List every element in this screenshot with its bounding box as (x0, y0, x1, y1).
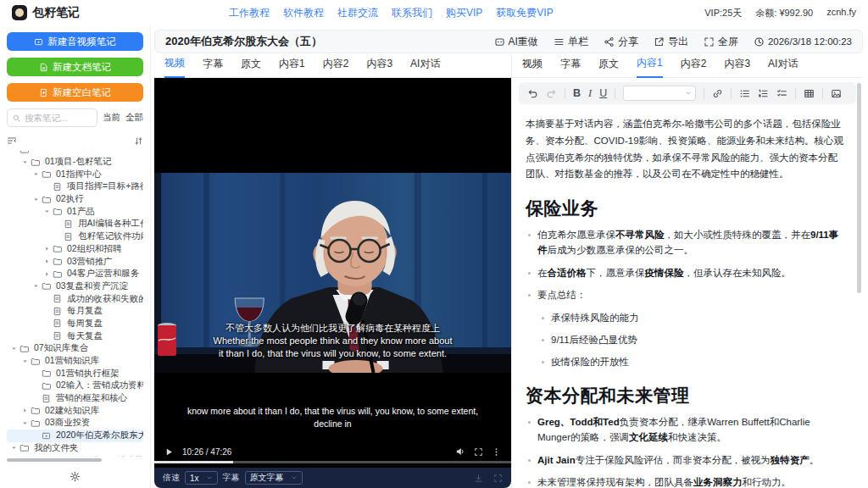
arrow-down-icon[interactable] (19, 158, 31, 166)
tree-item[interactable]: 成功的收获和失败的教训 (7, 292, 143, 305)
underline-button[interactable]: U (599, 87, 607, 99)
tab-原文[interactable]: 原文 (598, 57, 619, 77)
undo-icon[interactable] (527, 88, 538, 99)
tree-item[interactable]: 01营销执行框架 (7, 367, 143, 380)
tab-内容1[interactable]: 内容1 (637, 56, 663, 78)
导出-button[interactable]: 导出 (654, 35, 688, 49)
tree-item[interactable]: 03复盘和资产沉淀 (7, 280, 143, 293)
note-content[interactable]: 本摘要基于对话内容，涵盖伯克希尔-哈撒韦公司的多个话题，包括保险业务、资本分配、… (512, 108, 863, 488)
tree-item[interactable]: 07知识库集合 (7, 342, 143, 355)
heading-select[interactable] (623, 86, 696, 101)
link-icon[interactable] (712, 88, 723, 99)
scope-current-button[interactable]: 当前 (103, 112, 120, 124)
new-doc-note-button[interactable]: 新建文档笔记 (7, 58, 143, 76)
speed-select[interactable]: 1x (185, 471, 218, 485)
arrow-down-icon[interactable] (8, 345, 19, 352)
video-screen[interactable]: 不管大多数人认为他们比我更了解病毒在某种程度上 Whether the most… (154, 78, 511, 468)
tree-item[interactable]: 03营销推广 (7, 255, 143, 268)
全屏-button[interactable]: 全屏 (704, 35, 738, 49)
arrow-down-icon[interactable] (31, 282, 42, 290)
nav-link-2[interactable]: 软件教程 (283, 6, 324, 20)
arrow-down-icon[interactable] (42, 208, 53, 215)
arrow-down-icon[interactable] (19, 419, 31, 427)
tab-内容1[interactable]: 内容1 (279, 57, 305, 77)
tree-item[interactable] (7, 151, 143, 156)
check-list-icon[interactable] (776, 88, 787, 99)
italic-button[interactable]: I (588, 87, 592, 100)
tree-item[interactable]: 我的文件夹 (7, 442, 143, 455)
tree-item[interactable]: 01项目-包籽笔记 (7, 156, 143, 169)
nav-link-4[interactable]: 联系我们 (392, 6, 432, 20)
arrow-down-icon[interactable] (31, 170, 42, 178)
ordered-list-icon[interactable] (758, 88, 769, 99)
settings-gear-icon[interactable] (70, 471, 81, 482)
play-button[interactable] (164, 447, 174, 457)
AI重做-button[interactable]: AI重做 (494, 35, 538, 49)
tab-内容2[interactable]: 内容2 (681, 57, 707, 77)
scope-all-button[interactable]: 全部 (125, 112, 143, 124)
collapse-tree-icon[interactable] (7, 136, 17, 146)
horizontal-scrollbar[interactable] (7, 458, 143, 462)
new-av-note-button[interactable]: 新建音视频笔记 (7, 32, 143, 51)
fullscreen-video-icon[interactable] (474, 447, 483, 457)
tab-AI对话[interactable]: AI对话 (410, 57, 440, 77)
tree-item[interactable]: 02建站知识库 (7, 404, 143, 417)
tab-字幕[interactable]: 字幕 (560, 57, 581, 77)
tab-内容3[interactable]: 内容3 (724, 57, 750, 77)
tree-item[interactable]: 包籽笔记软件功能详情 (7, 230, 143, 243)
bullet-list-icon[interactable] (739, 88, 750, 99)
tree-item[interactable]: 每天复盘 (7, 330, 143, 342)
nav-link-6[interactable]: 获取免费VIP (496, 6, 553, 20)
arrow-right-icon[interactable] (42, 245, 53, 252)
search-input[interactable] (25, 113, 84, 123)
subtitle-mode-select[interactable]: 原文字幕 (245, 471, 303, 485)
arrow-down-icon[interactable] (8, 151, 19, 153)
download-icon[interactable] (474, 474, 483, 483)
tree-item[interactable]: 02执行 (7, 193, 143, 206)
new-blank-note-button[interactable]: 新建空白笔记 (7, 83, 143, 102)
username[interactable]: zcnh.fy (826, 7, 856, 19)
progress-bar[interactable] (154, 461, 511, 463)
tree-item[interactable]: 04客户运营和服务 (7, 268, 143, 280)
arrow-down-icon[interactable] (31, 196, 42, 203)
arrow-down-icon[interactable] (19, 358, 31, 365)
nav-link-3[interactable]: 社群交流 (337, 6, 378, 20)
tree-item[interactable]: 每月复盘 (7, 305, 143, 318)
arrow-right-icon[interactable] (42, 258, 53, 265)
tab-视频[interactable]: 视频 (164, 56, 185, 78)
tab-AI对话[interactable]: AI对话 (768, 57, 798, 77)
tab-字幕[interactable]: 字幕 (203, 57, 223, 77)
单栏-button[interactable]: 单栏 (554, 35, 588, 49)
tab-视频[interactable]: 视频 (522, 57, 542, 77)
tree-item[interactable]: 01营销知识库 (7, 355, 143, 368)
nav-link-5[interactable]: 购买VIP (446, 6, 482, 20)
tree-item[interactable]: 03商业投资 (7, 417, 143, 430)
tree-item[interactable]: 6. 2.1998年佛罗里达大学演讲 (7, 454, 143, 457)
tree-item[interactable]: 项目指挥=目标+路径+结果 (7, 180, 143, 193)
more-options-icon[interactable] (492, 447, 501, 457)
volume-icon[interactable] (455, 446, 465, 457)
tree-item[interactable]: 01指挥中心 (7, 168, 143, 180)
table-icon[interactable] (804, 88, 815, 99)
redo-icon[interactable] (546, 88, 557, 99)
tree-item[interactable]: 01产品 (7, 205, 143, 218)
tree-item[interactable]: 2020年伯克希尔股东大会（五） (7, 430, 143, 442)
expand-icon[interactable] (493, 474, 503, 483)
tab-内容3[interactable]: 内容3 (366, 57, 392, 77)
tab-内容2[interactable]: 内容2 (323, 57, 349, 77)
tree-item[interactable]: 用AI编辑各种工作资料更省时 (7, 218, 143, 230)
arrow-down-icon[interactable] (8, 444, 19, 452)
bold-button[interactable]: B (573, 87, 581, 99)
vertical-scrollbar[interactable] (857, 83, 861, 293)
arrow-right-icon[interactable] (42, 270, 53, 278)
sort-icon[interactable] (134, 136, 143, 146)
tree-item[interactable]: 02输入：营销成功资料 (7, 380, 143, 392)
分享-button[interactable]: 分享 (604, 35, 638, 49)
tree-item[interactable]: 02组织和招聘 (7, 243, 143, 256)
tree-item[interactable]: 营销的框架和核心 (7, 392, 143, 405)
image-icon[interactable] (831, 88, 842, 99)
arrow-right-icon[interactable] (19, 407, 31, 414)
search-box[interactable] (7, 108, 97, 127)
nav-link-1[interactable]: 工作教程 (229, 6, 270, 20)
tree-item[interactable]: 每周复盘 (7, 318, 143, 330)
